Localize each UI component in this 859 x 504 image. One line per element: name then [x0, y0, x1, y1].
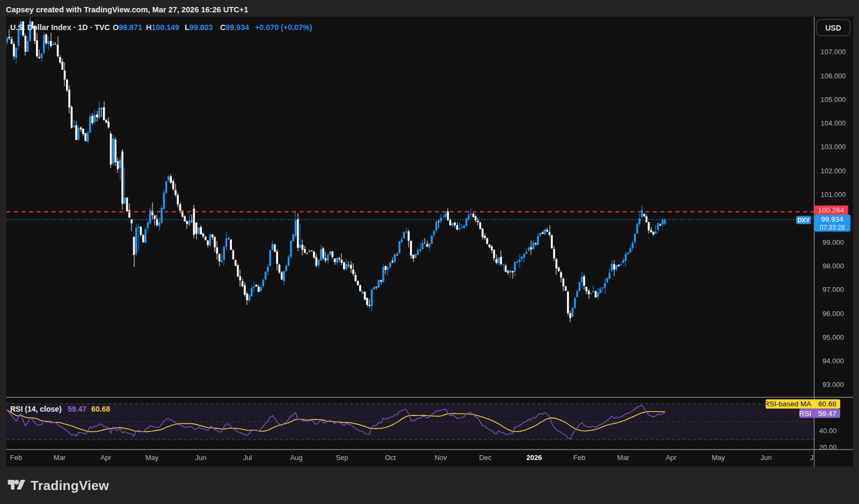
svg-text:Feb: Feb — [573, 454, 585, 462]
svg-text:May: May — [712, 454, 725, 462]
svg-text:95.000: 95.000 — [822, 333, 844, 341]
svg-text:99.934: 99.934 — [821, 215, 843, 223]
svg-text:DXY: DXY — [797, 217, 810, 223]
svg-text:100.264: 100.264 — [818, 206, 845, 214]
svg-text:Jun: Jun — [195, 454, 207, 462]
svg-text:Aug: Aug — [290, 454, 302, 462]
svg-text:RSI (14, close)59.4760.68: RSI (14, close)59.4760.68 — [10, 405, 110, 413]
svg-text:Jul: Jul — [243, 454, 252, 462]
svg-text:07:33:28: 07:33:28 — [820, 224, 845, 231]
svg-text:60.68: 60.68 — [818, 400, 836, 408]
svg-text:Mar: Mar — [54, 454, 66, 462]
svg-text:May: May — [145, 454, 159, 462]
svg-text:101.000: 101.000 — [821, 191, 846, 199]
svg-text:20.00: 20.00 — [819, 443, 837, 451]
svg-text:93.000: 93.000 — [822, 381, 844, 389]
svg-text:59.47: 59.47 — [818, 410, 836, 418]
svg-text:RSI: RSI — [799, 410, 811, 418]
svg-text:94.000: 94.000 — [822, 357, 844, 365]
svg-text:106.000: 106.000 — [821, 72, 846, 80]
svg-text:Apr: Apr — [666, 454, 677, 462]
svg-text:U.S. Dollar Index · 1D · TVCO9: U.S. Dollar Index · 1D · TVCO99.871H100.… — [10, 23, 312, 32]
svg-text:Dec: Dec — [479, 454, 492, 462]
svg-text:Feb: Feb — [10, 454, 22, 462]
svg-text:USD: USD — [825, 24, 841, 32]
svg-text:2026: 2026 — [527, 454, 542, 462]
svg-text:Jun: Jun — [761, 454, 772, 462]
svg-text:Sep: Sep — [336, 454, 348, 462]
svg-text:103.000: 103.000 — [821, 143, 846, 151]
svg-text:105.000: 105.000 — [821, 96, 846, 104]
svg-text:97.000: 97.000 — [822, 286, 844, 294]
svg-text:Mar: Mar — [617, 454, 630, 462]
svg-text:Oct: Oct — [385, 454, 396, 462]
svg-text:Nov: Nov — [434, 454, 447, 462]
svg-text:99.000: 99.000 — [822, 238, 844, 246]
svg-text:J: J — [810, 454, 814, 462]
svg-text:98.000: 98.000 — [822, 262, 844, 270]
svg-text:40.00: 40.00 — [819, 427, 837, 435]
svg-text:107.000: 107.000 — [821, 48, 846, 56]
svg-text:102.000: 102.000 — [821, 167, 846, 175]
svg-text:96.000: 96.000 — [822, 310, 844, 318]
svg-text:RSI-based MA: RSI-based MA — [764, 400, 811, 408]
svg-text:104.000: 104.000 — [821, 119, 846, 127]
svg-text:Apr: Apr — [100, 454, 112, 462]
